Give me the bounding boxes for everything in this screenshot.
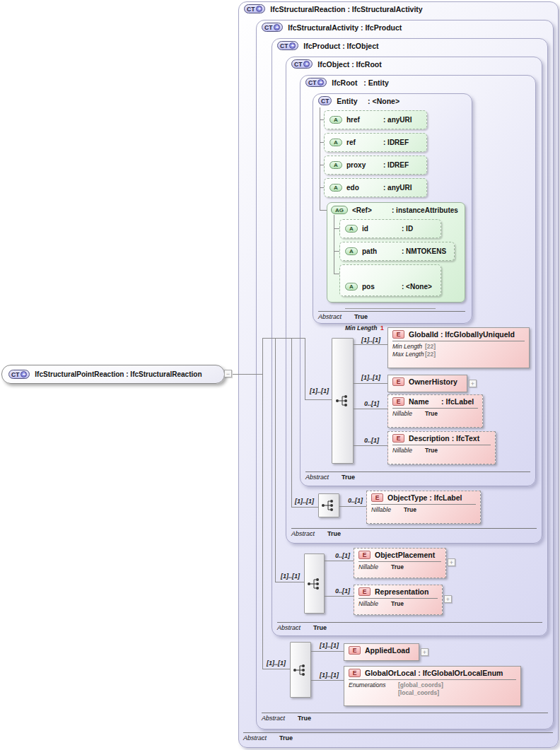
complex-type-title-ifcstructuralreaction[interactable]: CT+ IfcStructuralReaction : IfcStructura… [244, 4, 423, 13]
expand-icon[interactable]: + [469, 380, 477, 387]
sequence-icon [307, 578, 322, 590]
attribute-id[interactable]: A id : ID [339, 219, 441, 238]
element-objectplacement[interactable]: E ObjectPlacement Nillable True [354, 548, 446, 578]
element-appliedload[interactable]: E AppliedLoad [344, 643, 419, 661]
complex-type-label: IfcRoot : Entity [332, 78, 389, 87]
sequence-indicator-ifcproduct[interactable] [304, 553, 325, 614]
attribute-type: : IDREF [383, 139, 409, 146]
attribute-name: path [362, 247, 397, 255]
element-objecttype[interactable]: E ObjectType : IfcLabel Nillable True [366, 491, 481, 524]
complex-type-icon: CT+ [277, 41, 298, 50]
complex-type-label: IfcStructuralActivity : IfcProduct [288, 23, 402, 32]
attribute-name: id [362, 225, 397, 233]
attribute-type: : <None> [402, 283, 432, 291]
element-title: GlobalOrLocal : IfcGlobalOrLocalEnum [365, 669, 503, 677]
expand-icon[interactable]: + [274, 24, 280, 30]
connector-line [334, 251, 339, 252]
sequence-icon [335, 394, 351, 407]
connector-line [339, 506, 366, 507]
element-icon: E [349, 646, 361, 655]
cardinality-label: 0..[1] [364, 437, 379, 444]
attribute-name: ref [346, 139, 379, 146]
facet-nillable: Nillable True [371, 506, 476, 514]
abstract-row-ifcproduct: AbstractTrue [277, 622, 542, 631]
connector-line [305, 399, 332, 400]
attribute-pos[interactable]: A pos : <None> Min Length 1 [339, 264, 441, 296]
cardinality-label: 0..[1] [335, 587, 350, 594]
element-globalid[interactable]: E GlobalId : IfcGloballyUniqueId Min Len… [387, 327, 530, 368]
complex-type-title-ifcobject[interactable]: CT+ IfcObject : IfcRoot [291, 59, 382, 69]
attribute-ref[interactable]: A ref : IDREF [324, 133, 427, 152]
expand-icon[interactable]: + [421, 648, 428, 656]
attribute-icon: A [329, 161, 342, 169]
connector-line [262, 338, 305, 339]
expand-icon[interactable]: + [448, 558, 455, 566]
connector-line [275, 582, 304, 582]
complex-type-title-ifcproduct[interactable]: CT+ IfcProduct : IfcObject [277, 41, 379, 50]
sequence-indicator-ifcobject[interactable] [318, 493, 339, 517]
element-name[interactable]: E Name : IfcLabel Nillable True [387, 394, 483, 428]
attribute-type: : anyURI [383, 116, 412, 124]
expand-icon[interactable]: + [256, 6, 262, 12]
connector-line [291, 338, 292, 507]
attribute-proxy[interactable]: A proxy : IDREF [324, 156, 427, 175]
root-node-label: IfcStructuralPointReaction : IfcStructur… [35, 370, 202, 378]
attribute-href[interactable]: A href : anyURI [324, 110, 427, 129]
expand-icon[interactable]: + [444, 595, 452, 603]
complex-type-label: IfcObject : IfcRoot [317, 60, 381, 69]
connector-line [320, 107, 320, 211]
expand-icon[interactable]: + [289, 42, 296, 49]
element-title: Representation [375, 587, 428, 596]
sequence-indicator-ifcroot[interactable] [332, 338, 354, 464]
complex-type-label: Entity : <None> [337, 97, 399, 105]
element-description[interactable]: E Description : IfcText Nillable True [387, 431, 496, 464]
attribute-icon: A [329, 184, 342, 192]
element-ownerhistory[interactable]: E OwnerHistory [387, 375, 467, 392]
root-node-ifcstructuralpointreaction[interactable]: CT+ IfcStructuralPointReaction : IfcStru… [1, 365, 225, 384]
complex-type-icon: CT+ [305, 78, 327, 87]
cardinality-label: [1]..[1] [320, 672, 339, 679]
element-globalorlocal[interactable]: E GlobalOrLocal : IfcGlobalOrLocalEnum E… [344, 666, 521, 706]
connector-line [233, 374, 262, 375]
attribute-path[interactable]: A path : NMTOKENS [339, 242, 455, 261]
connector-line [354, 445, 387, 446]
attribute-type: : IDREF [383, 161, 409, 169]
complex-type-title-ifcroot[interactable]: CT+ IfcRoot : Entity [305, 78, 389, 87]
complex-type-label: IfcStructuralReaction : IfcStructuralAct… [270, 5, 422, 13]
element-representation[interactable]: E Representation Nillable True [354, 585, 443, 615]
cardinality-label: [1]..[1] [361, 374, 380, 381]
connector-line [275, 338, 276, 582]
complex-type-title-ifcstructuralactivity[interactable]: CT+ IfcStructuralActivity : IfcProduct [262, 23, 402, 32]
element-icon: E [371, 493, 383, 502]
sequence-indicator-ifcstructuralactivity[interactable] [290, 642, 311, 698]
xsd-diagram: CT+ IfcStructuralReaction : IfcStructura… [0, 0, 560, 750]
attribute-edo[interactable]: A edo : anyURI [324, 178, 427, 197]
element-icon: E [392, 397, 404, 406]
complex-type-title-entity[interactable]: CT Entity : <None> [318, 96, 399, 105]
complex-type-icon: CT+ [8, 370, 30, 379]
connector-line [334, 274, 339, 274]
attribute-group-name: <Ref> [352, 206, 387, 214]
facet-min-length: Min Length [22] [392, 343, 525, 351]
element-icon: E [349, 669, 361, 677]
attribute-type: : ID [402, 225, 413, 233]
cardinality-label: [1]..[1] [310, 387, 329, 394]
expand-icon[interactable]: + [303, 61, 310, 67]
attribute-group-title[interactable]: AG <Ref> : instanceAttributes [331, 206, 458, 214]
attribute-name: proxy [346, 161, 379, 169]
connector-line [305, 338, 305, 399]
connector-line [334, 215, 334, 274]
sequence-icon [293, 664, 308, 676]
expand-icon[interactable]: + [317, 79, 324, 86]
cardinality-label: [1]..[1] [281, 573, 300, 580]
connector-line [354, 383, 387, 384]
facet-nillable: Nillable True [358, 563, 441, 571]
attribute-group-type: : instanceAttributes [392, 206, 458, 214]
abstract-row-ifcstructuralreaction: AbstractTrue [243, 732, 553, 742]
collapse-icon[interactable]: − [224, 370, 232, 377]
element-title: AppliedLoad [365, 646, 410, 655]
connector-line [262, 669, 290, 669]
expand-icon[interactable]: + [21, 371, 27, 377]
connector-line [354, 409, 387, 409]
element-title: GlobalId : IfcGloballyUniqueId [409, 330, 515, 339]
